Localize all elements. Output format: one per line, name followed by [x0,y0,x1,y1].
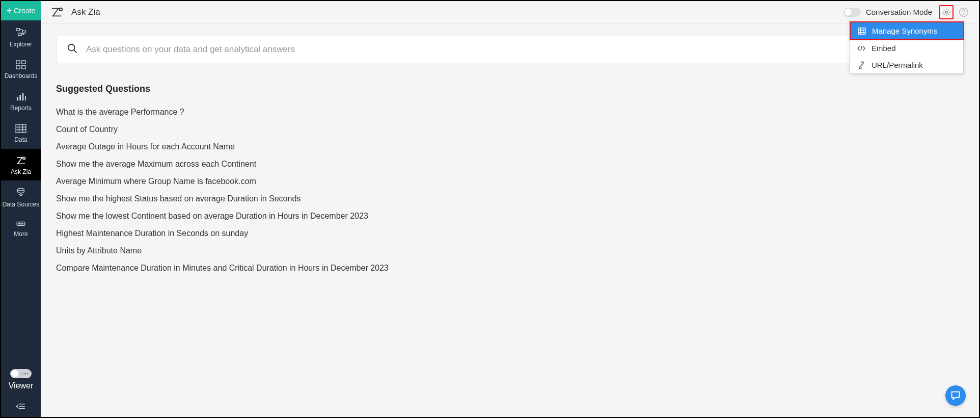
svg-point-16 [23,157,25,160]
sidebar-item-label: Dashboards [5,72,38,80]
svg-rect-4 [22,61,25,64]
svg-point-22 [22,223,23,224]
topbar: Ask Zia Conversation Mode [41,1,979,23]
sidebar-item-label: Explorer [10,41,33,48]
suggested-question[interactable]: What is the average Performance ? [56,103,964,121]
svg-point-17 [18,188,24,191]
suggested-question[interactable]: Show me the lowest Continent based on av… [56,207,964,225]
sidebar-item-data[interactable]: Data [1,117,41,148]
sidebar: + Create Explorer Dashboards Reports [1,1,41,417]
data-sources-icon [15,188,26,198]
suggested-question[interactable]: Highest Maintenance Duration in Seconds … [56,225,964,242]
sidebar-item-label: Data [14,136,27,143]
conversation-mode-label: Conversation Mode [866,8,932,16]
settings-button[interactable] [939,5,954,19]
viewer-toggle[interactable]: OFF Viewer [1,364,41,396]
sidebar-item-label: Data Sources [3,201,40,208]
dropdown-item-embed[interactable]: Embed [850,40,963,57]
toggle-pill[interactable]: OFF [10,369,32,378]
svg-rect-2 [22,31,25,33]
code-icon [856,45,866,51]
dropdown-item-permalink[interactable]: URL/Permalink [850,57,963,73]
content-area: Suggested Questions What is the average … [41,23,979,417]
svg-line-37 [74,50,77,53]
sidebar-item-data-sources[interactable]: Data Sources [1,180,41,213]
svg-point-21 [20,223,21,224]
svg-point-20 [19,223,20,224]
svg-rect-30 [858,28,865,34]
svg-point-27 [945,11,948,13]
settings-dropdown: Manage Synonyms Embed URL/Permalink [850,21,964,74]
dropdown-label: Embed [872,44,896,53]
conversation-mode-toggle[interactable] [843,8,861,17]
svg-line-35 [861,46,862,50]
suggested-question[interactable]: Compare Maintenance Duration in Minutes … [56,259,964,277]
zia-logo-icon [50,7,64,18]
suggested-questions-title: Suggested Questions [56,84,964,94]
sidebar-item-reports[interactable]: Reports [1,85,41,117]
svg-rect-6 [22,66,25,69]
help-icon [959,7,969,17]
viewer-label: Viewer [9,381,34,390]
svg-point-36 [68,44,75,51]
search-box[interactable] [56,36,964,63]
svg-rect-5 [16,66,20,69]
zia-icon [15,156,26,165]
svg-point-29 [963,14,964,14]
suggested-question[interactable]: Average Outage in Hours for each Account… [56,138,964,155]
search-input[interactable] [86,44,953,55]
chat-icon [950,390,961,401]
create-label: Create [14,7,35,15]
link-icon [856,61,866,69]
chat-fab-button[interactable] [945,385,966,406]
grid-icon [857,28,867,35]
toggle-off-label: OFF [21,372,30,376]
dashboards-icon [16,60,26,69]
svg-rect-0 [16,29,19,31]
sidebar-item-label: Reports [10,104,32,112]
data-icon [15,124,26,133]
dropdown-item-manage-synonyms[interactable]: Manage Synonyms [850,21,964,40]
svg-rect-3 [16,61,20,64]
svg-rect-7 [17,97,18,100]
svg-rect-11 [16,124,26,133]
suggested-question[interactable]: Units by Attribute Name [56,242,964,259]
gear-icon [942,8,951,17]
more-icon [15,220,26,227]
svg-point-26 [60,8,63,11]
create-button[interactable]: + Create [1,1,41,20]
sidebar-item-explorer[interactable]: Explorer [1,20,41,53]
svg-rect-10 [25,96,26,100]
suggested-question[interactable]: Show me the highest Status based on aver… [56,190,964,207]
page-title: Ask Zia [71,7,100,17]
help-button[interactable] [958,6,970,18]
reports-icon [16,92,26,101]
svg-rect-9 [22,93,24,100]
suggested-question[interactable]: Count of Country [56,121,964,138]
svg-rect-1 [18,33,21,36]
sidebar-item-more[interactable]: More [1,213,41,243]
collapse-sidebar-button[interactable] [1,396,41,417]
explorer-icon [15,28,26,38]
sidebar-item-ask-zia[interactable]: Ask Zia [1,149,41,180]
dropdown-label: Manage Synonyms [872,27,937,35]
main-area: Ask Zia Conversation Mode [41,1,979,417]
dropdown-label: URL/Permalink [872,61,923,69]
suggested-question[interactable]: Show me the average Maximum across each … [56,155,964,173]
search-icon [67,43,78,56]
svg-rect-8 [19,95,21,100]
suggested-question[interactable]: Average Minimum where Group Name is face… [56,173,964,190]
sidebar-item-label: Ask Zia [11,168,31,175]
plus-icon: + [7,6,12,15]
sidebar-item-dashboards[interactable]: Dashboards [1,53,41,85]
sidebar-item-label: More [14,230,28,238]
